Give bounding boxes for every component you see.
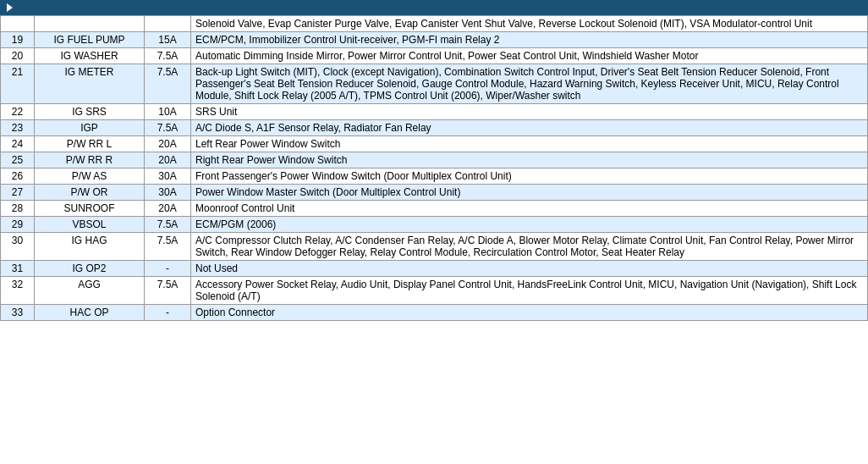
fuse-description: Left Rear Power Window Switch: [191, 136, 868, 152]
fuse-name: IG FUEL PUMP: [35, 32, 145, 48]
fuse-description: Option Connector: [191, 305, 868, 321]
fuse-amp: 7.5A: [145, 48, 191, 64]
triangle-icon: [7, 3, 13, 12]
fuse-name: IG WASHER: [35, 48, 145, 64]
fuse-description: A/C Diode S, A1F Sensor Relay, Radiator …: [191, 120, 868, 136]
fuse-description: Right Rear Power Window Switch: [191, 152, 868, 168]
row-number: 29: [1, 217, 35, 233]
row-number: 33: [1, 305, 35, 321]
fuse-name: AGG: [35, 277, 145, 305]
row-number: 27: [1, 185, 35, 201]
fuse-name: VBSOL: [35, 217, 145, 233]
fuse-name: IG SRS: [35, 104, 145, 120]
fuse-name: IGP: [35, 120, 145, 136]
fuse-description: Accessory Power Socket Relay, Audio Unit…: [191, 277, 868, 305]
row-number: 24: [1, 136, 35, 152]
row-number: 20: [1, 48, 35, 64]
fuse-description: Front Passenger's Power Window Switch (D…: [191, 168, 868, 185]
fuse-description: Power Window Master Switch (Door Multipl…: [191, 185, 868, 201]
fuse-description: SRS Unit: [191, 104, 868, 120]
fuse-amp: 15A: [145, 32, 191, 48]
row-number: 23: [1, 120, 35, 136]
fuse-description: Not Used: [191, 261, 868, 277]
fuse-amp: -: [145, 261, 191, 277]
fuse-amp: 7.5A: [145, 217, 191, 233]
fuse-name: HAC OP: [35, 305, 145, 321]
fuse-description: ECM/PGM (2006): [191, 217, 868, 233]
row-number: 30: [1, 233, 35, 261]
fuse-name: P/W AS: [35, 168, 145, 185]
row-number: 28: [1, 201, 35, 217]
fuse-name: IG OP2: [35, 261, 145, 277]
return-to-search-bar[interactable]: [0, 0, 868, 15]
fuse-amp: 30A: [145, 168, 191, 185]
fuse-description: Automatic Dimming Inside Mirror, Power M…: [191, 48, 868, 64]
fuse-description: A/C Compressor Clutch Relay, A/C Condens…: [191, 233, 868, 261]
row-number: 32: [1, 277, 35, 305]
fuse-amp: 7.5A: [145, 277, 191, 305]
fuse-amp: [145, 16, 191, 32]
row-number: 25: [1, 152, 35, 168]
fuse-description: ECM/PCM, Immobilizer Control Unit-receiv…: [191, 32, 868, 48]
fuse-amp: 7.5A: [145, 64, 191, 104]
fuse-amp: 20A: [145, 136, 191, 152]
row-number: 22: [1, 104, 35, 120]
row-number: 31: [1, 261, 35, 277]
fuse-description: Moonroof Control Unit: [191, 201, 868, 217]
fuse-name: SUNROOF: [35, 201, 145, 217]
fuse-name: [35, 16, 145, 32]
row-number: [1, 16, 35, 32]
fuse-amp: 30A: [145, 185, 191, 201]
row-number: 19: [1, 32, 35, 48]
fuse-amp: 7.5A: [145, 120, 191, 136]
row-number: 26: [1, 168, 35, 185]
fuse-name: P/W RR L: [35, 136, 145, 152]
fuse-amp: -: [145, 305, 191, 321]
fuse-name: P/W RR R: [35, 152, 145, 168]
fuse-amp: 20A: [145, 152, 191, 168]
fuse-name: IG METER: [35, 64, 145, 104]
fuse-amp: 7.5A: [145, 233, 191, 261]
fuse-name: P/W OR: [35, 185, 145, 201]
fuse-name: IG HAG: [35, 233, 145, 261]
fuse-amp: 10A: [145, 104, 191, 120]
fuse-table: Solenoid Valve, Evap Canister Purge Valv…: [0, 15, 868, 321]
row-number: 21: [1, 64, 35, 104]
fuse-description: Solenoid Valve, Evap Canister Purge Valv…: [191, 16, 868, 32]
fuse-amp: 20A: [145, 201, 191, 217]
fuse-description: Back-up Light Switch (MIT), Clock (excep…: [191, 64, 868, 104]
